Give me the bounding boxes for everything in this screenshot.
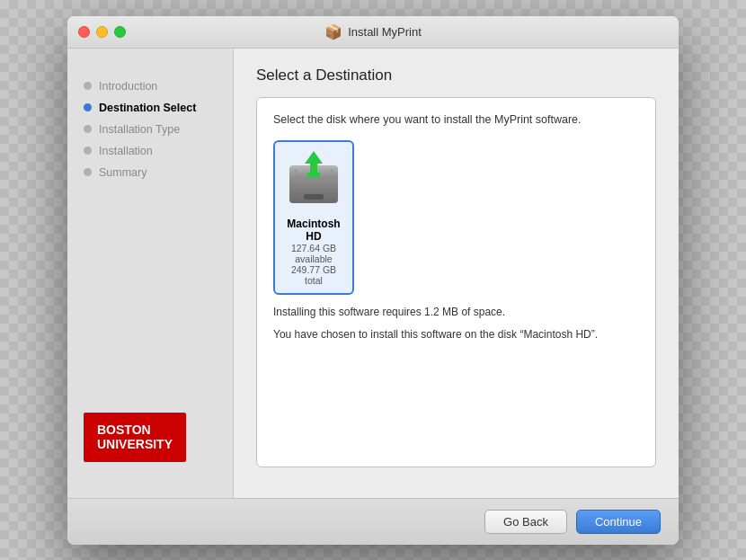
svg-point-3 (294, 169, 298, 173)
titlebar: 📦 Install MyPrint (67, 16, 679, 49)
sidebar-label-summary: Summary (99, 166, 147, 179)
go-back-button[interactable]: Go Back (484, 510, 567, 534)
sidebar-dot-destination-select (84, 103, 92, 111)
page-title: Select a Destination (256, 67, 656, 84)
traffic-lights (78, 26, 126, 38)
sidebar-label-destination-select: Destination Select (99, 102, 196, 114)
info-line1: Installing this software requires 1.2 MB… (273, 304, 639, 321)
sidebar-item-installation[interactable]: Installation (67, 140, 233, 162)
disk-name: Macintosh HD (282, 218, 345, 243)
sidebar-dot-introduction (84, 82, 92, 90)
title-icon: 📦 (324, 23, 342, 40)
sidebar-item-introduction[interactable]: Introduction (67, 76, 233, 97)
sidebar-dot-installation (84, 147, 92, 155)
maximize-button[interactable] (114, 26, 126, 38)
svg-rect-2 (304, 194, 324, 200)
disk-available: 127.64 GB available (282, 243, 345, 264)
boston-university-logo: BOSTON UNIVERSITY (84, 413, 186, 461)
titlebar-title: 📦 Install MyPrint (324, 23, 422, 40)
disk-icon (282, 149, 345, 212)
main-content: Select a Destination Select the disk whe… (234, 49, 679, 498)
minimize-button[interactable] (96, 26, 108, 38)
disk-item-macintosh-hd[interactable]: Macintosh HD 127.64 GB available 249.77 … (273, 140, 354, 295)
logo-line1: BOSTON (97, 422, 173, 437)
sidebar-label-installation: Installation (99, 145, 153, 157)
svg-point-4 (330, 169, 333, 173)
sidebar-items: Introduction Destination Select Installa… (67, 67, 233, 400)
sidebar-item-summary[interactable]: Summary (67, 162, 233, 183)
sidebar-dot-installation-type (84, 125, 92, 133)
title-text: Install MyPrint (348, 25, 422, 39)
logo-line2: UNIVERSITY (97, 437, 173, 451)
hdd-svg (282, 149, 345, 212)
installer-window: 📦 Install MyPrint Introduction Destinati… (67, 16, 679, 545)
continue-button[interactable]: Continue (576, 510, 661, 534)
content-area: Introduction Destination Select Installa… (67, 49, 679, 498)
sidebar-dot-summary (84, 168, 92, 176)
description-text: Select the disk where you want to instal… (273, 111, 639, 129)
sidebar-label-installation-type: Installation Type (99, 123, 180, 136)
disk-total: 249.77 GB total (282, 264, 345, 286)
sidebar-label-introduction: Introduction (99, 80, 157, 93)
svg-rect-6 (307, 173, 320, 177)
close-button[interactable] (78, 26, 90, 38)
sidebar: Introduction Destination Select Installa… (67, 49, 234, 498)
sidebar-item-installation-type[interactable]: Installation Type (67, 119, 233, 140)
sidebar-item-destination-select[interactable]: Destination Select (67, 97, 233, 119)
footer: Go Back Continue (67, 498, 679, 545)
info-section: Installing this software requires 1.2 MB… (273, 304, 639, 343)
info-line2: You have chosen to install this software… (273, 326, 639, 343)
sidebar-logo: BOSTON UNIVERSITY (67, 399, 233, 479)
destination-box: Select the disk where you want to instal… (256, 97, 656, 467)
